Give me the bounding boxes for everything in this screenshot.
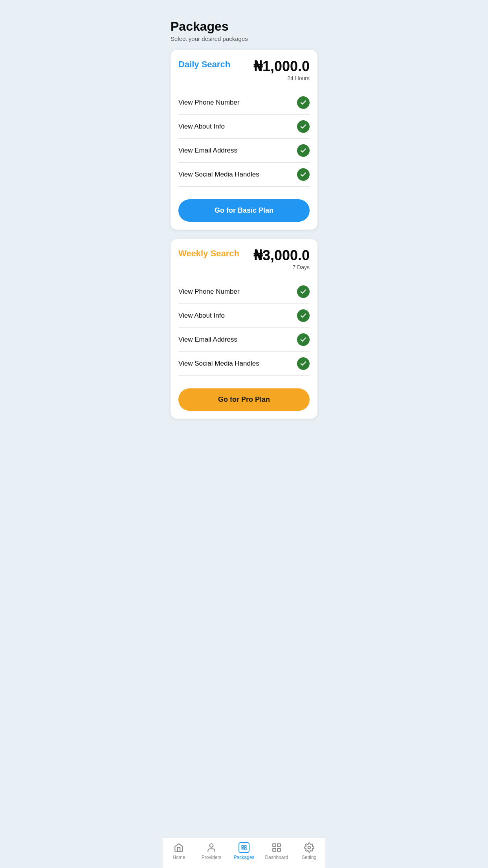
nav-item-home[interactable]: Home [167,842,191,860]
svg-rect-10 [277,848,281,851]
svg-point-0 [210,844,213,847]
daily-feature-social-label: View Social Media Handles [178,171,259,178]
nav-item-dashboard[interactable]: Dashboard [265,842,288,860]
daily-package-card: Daily Search ₦1,000.0 24 Hours View Phon… [171,50,317,230]
weekly-email-check-icon [297,333,310,346]
weekly-feature-social-label: View Social Media Handles [178,360,259,368]
daily-feature-email-label: View Email Address [178,147,237,154]
weekly-package-name: Weekly Search [178,248,239,259]
daily-email-check-icon [297,144,310,157]
weekly-feature-email: View Email Address [178,328,310,352]
daily-price-block: ₦1,000.0 24 Hours [253,59,310,81]
daily-feature-phone-label: View Phone Number [178,99,240,107]
weekly-package-header: Weekly Search ₦3,000.0 7 Days [178,248,310,270]
daily-social-check-icon [297,168,310,181]
providers-icon [206,842,217,853]
daily-feature-list: View Phone Number View About Info View E… [178,91,310,187]
daily-duration: 24 Hours [253,75,310,81]
weekly-feature-email-label: View Email Address [178,336,237,344]
daily-package-header: Daily Search ₦1,000.0 24 Hours [178,59,310,81]
weekly-feature-list: View Phone Number View About Info View E… [178,280,310,376]
svg-rect-1 [242,846,244,848]
nav-label-providers: Providers [202,855,222,860]
daily-feature-phone: View Phone Number [178,91,310,115]
weekly-feature-phone-label: View Phone Number [178,288,240,296]
svg-rect-9 [273,848,276,851]
main-content: Packages Select your desired packages Da… [163,9,325,467]
weekly-about-check-icon [297,309,310,322]
page-subtitle: Select your desired packages [171,35,317,42]
packages-icon [238,842,250,853]
svg-rect-6 [244,848,246,850]
weekly-duration: 7 Days [253,264,310,270]
home-icon [173,842,184,853]
nav-label-dashboard: Dashboard [265,855,288,860]
svg-rect-8 [277,844,281,847]
daily-price: ₦1,000.0 [253,59,310,74]
dashboard-icon [271,842,282,853]
weekly-price: ₦3,000.0 [253,248,310,263]
daily-feature-about: View About Info [178,115,310,139]
weekly-price-block: ₦3,000.0 7 Days [253,248,310,270]
weekly-social-check-icon [297,357,310,370]
setting-icon [304,842,315,853]
daily-feature-email: View Email Address [178,139,310,163]
daily-feature-about-label: View About Info [178,123,225,131]
nav-label-home: Home [172,855,185,860]
daily-feature-social: View Social Media Handles [178,163,310,187]
pro-plan-button[interactable]: Go for Pro Plan [178,388,310,411]
basic-plan-button[interactable]: Go for Basic Plan [178,199,310,222]
page-title: Packages [171,19,317,34]
nav-item-providers[interactable]: Providers [200,842,223,860]
weekly-package-card: Weekly Search ₦3,000.0 7 Days View Phone… [171,239,317,419]
weekly-feature-phone: View Phone Number [178,280,310,304]
status-bar [163,0,325,9]
nav-item-packages[interactable]: Packages [232,842,256,860]
daily-about-check-icon [297,120,310,133]
svg-rect-2 [244,846,246,848]
bottom-nav: Home Providers Packages [163,838,325,868]
nav-label-setting: Setting [302,855,316,860]
daily-package-name: Daily Search [178,59,230,70]
weekly-feature-social: View Social Media Handles [178,352,310,376]
nav-label-packages: Packages [234,855,255,860]
weekly-feature-about: View About Info [178,304,310,328]
weekly-phone-check-icon [297,285,310,298]
weekly-feature-about-label: View About Info [178,312,225,320]
daily-phone-check-icon [297,96,310,109]
svg-point-11 [308,846,310,849]
nav-item-setting[interactable]: Setting [297,842,321,860]
page-header: Packages Select your desired packages [171,16,317,42]
svg-rect-7 [273,844,276,847]
